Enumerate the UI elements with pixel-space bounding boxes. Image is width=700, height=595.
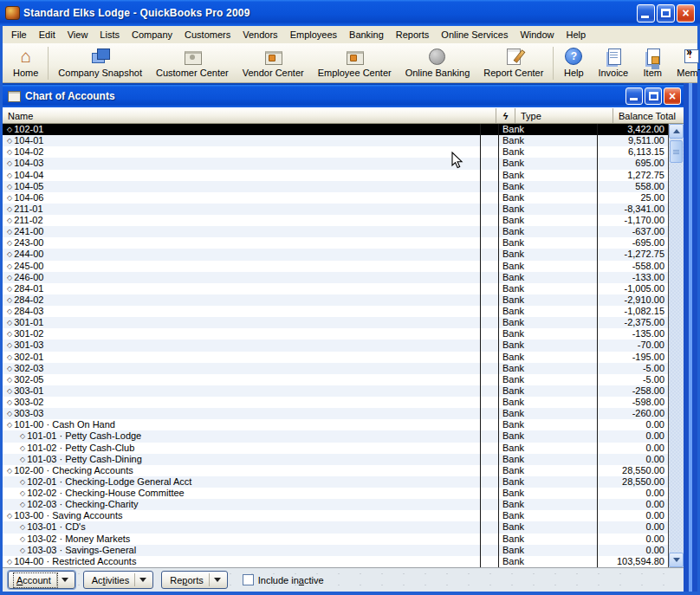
toolbar-report-center[interactable]: Report Center bbox=[476, 44, 550, 82]
diamond-icon: ◇ bbox=[7, 204, 12, 215]
table-row[interactable]: ◇104-06Bank25.00 bbox=[3, 192, 668, 204]
table-row[interactable]: ◇284-01Bank-1,005.00 bbox=[3, 283, 668, 294]
account-name: 102-03 · Checking-Charity bbox=[27, 499, 138, 510]
menu-company[interactable]: Company bbox=[126, 28, 178, 42]
table-row[interactable]: ◇102-01 · Checking-Lodge General AcctBan… bbox=[3, 476, 668, 488]
table-row[interactable]: ◇211-02Bank-1,170.00 bbox=[3, 215, 668, 226]
activities-menu-button[interactable]: Activities bbox=[83, 571, 153, 589]
menu-help[interactable]: Help bbox=[561, 28, 593, 42]
table-row[interactable]: ◇102-02 · Checking-House CommitteeBank0.… bbox=[3, 488, 668, 499]
vertical-scrollbar[interactable] bbox=[669, 124, 684, 567]
menu-vendors[interactable]: Vendors bbox=[237, 28, 283, 42]
menu-edit[interactable]: Edit bbox=[33, 28, 62, 42]
minimize-button[interactable] bbox=[637, 4, 655, 23]
account-balance: -1,272.75 bbox=[597, 249, 668, 260]
diamond-icon: ◇ bbox=[7, 510, 12, 521]
diamond-icon: ◇ bbox=[20, 454, 25, 465]
table-row[interactable]: ◇284-03Bank-1,082.15 bbox=[3, 306, 668, 317]
table-row[interactable]: ◇303-02Bank-598.00 bbox=[3, 397, 668, 408]
menu-file[interactable]: File bbox=[5, 28, 33, 42]
table-row[interactable]: ◇104-02Bank6,113.15 bbox=[3, 146, 668, 158]
toolbar-home[interactable]: Home bbox=[6, 44, 45, 82]
coa-footer: Account Activities Reports Include inac bbox=[3, 567, 684, 592]
account-name: 102-01 · Checking-Lodge General Acct bbox=[27, 476, 191, 488]
table-row[interactable]: ◇104-04Bank1,272.75 bbox=[3, 170, 668, 181]
toolbar-online-banking[interactable]: Online Banking bbox=[399, 44, 477, 82]
table-row[interactable]: ◇103-02 · Money MarketsBank0.00 bbox=[3, 534, 668, 545]
toolbar-vendor-center[interactable]: Vendor Center bbox=[236, 44, 311, 82]
thumb-grip-icon bbox=[673, 150, 679, 154]
menu-window[interactable]: Window bbox=[514, 28, 560, 42]
table-row[interactable]: ◇301-03Bank-70.00 bbox=[3, 340, 668, 351]
reports-menu-button[interactable]: Reports bbox=[161, 571, 228, 589]
account-type: Bank bbox=[499, 430, 597, 442]
scroll-up-button[interactable] bbox=[669, 124, 684, 139]
table-row[interactable]: ◇102-01Bank3,422.00 bbox=[3, 124, 668, 135]
account-name: 302-05 bbox=[14, 374, 43, 385]
close-button[interactable]: × bbox=[677, 4, 695, 23]
menu-customers[interactable]: Customers bbox=[178, 28, 237, 42]
online-status-cell bbox=[480, 181, 499, 192]
account-balance: 28,550.00 bbox=[597, 476, 668, 488]
table-row[interactable]: ◇246-00Bank-133.00 bbox=[3, 272, 668, 283]
item-icon bbox=[642, 46, 663, 67]
account-name: 284-01 bbox=[14, 283, 43, 294]
online-status-cell bbox=[480, 408, 499, 419]
table-row[interactable]: ◇102-03 · Checking-CharityBank0.00 bbox=[3, 499, 668, 510]
toolbar-memt[interactable]: MemT: bbox=[670, 44, 700, 82]
table-row[interactable]: ◇104-05Bank558.00 bbox=[3, 181, 668, 192]
account-menu-button[interactable]: Account bbox=[8, 571, 75, 589]
coa-minimize-button[interactable] bbox=[625, 87, 643, 105]
table-row[interactable]: ◇301-01Bank-2,375.00 bbox=[3, 317, 668, 328]
scrollbar-thumb[interactable] bbox=[670, 140, 683, 163]
table-row[interactable]: ◇104-01Bank9,511.00 bbox=[3, 135, 668, 146]
table-row[interactable]: ◇241-00Bank-637.00 bbox=[3, 226, 668, 237]
table-row[interactable]: ◇302-01Bank-195.00 bbox=[3, 352, 668, 363]
table-row[interactable]: ◇244-00Bank-1,272.75 bbox=[3, 249, 668, 260]
table-row[interactable]: ◇101-01 · Petty Cash-LodgeBank0.00 bbox=[3, 430, 668, 442]
scroll-down-button[interactable] bbox=[669, 553, 684, 567]
toolbar-help[interactable]: Help bbox=[556, 44, 591, 82]
diamond-icon: ◇ bbox=[7, 385, 12, 397]
toolbar-employee-center[interactable]: Employee Center bbox=[311, 44, 399, 82]
table-row[interactable]: ◇284-02Bank-2,910.00 bbox=[3, 294, 668, 306]
table-row[interactable]: ◇245-00Bank-558.00 bbox=[3, 261, 668, 272]
table-row[interactable]: ◇211-01Bank-8,341.00 bbox=[3, 204, 668, 215]
table-row[interactable]: ◇103-00 · Saving AccountsBank0.00 bbox=[3, 510, 668, 521]
table-row[interactable]: ◇302-03Bank-5.00 bbox=[3, 363, 668, 374]
maximize-button[interactable] bbox=[657, 4, 675, 23]
table-row[interactable]: ◇103-01 · CD'sBank0.00 bbox=[3, 521, 668, 533]
menu-lists[interactable]: Lists bbox=[94, 28, 126, 42]
table-row[interactable]: ◇104-00 · Restricted AccountsBank103,594… bbox=[3, 556, 668, 567]
menu-online-services[interactable]: Online Services bbox=[435, 28, 514, 42]
coa-maximize-button[interactable] bbox=[645, 87, 662, 105]
toolbar-label: Vendor Center bbox=[243, 68, 304, 78]
table-row[interactable]: ◇302-05Bank-5.00 bbox=[3, 374, 668, 385]
menu-view[interactable]: View bbox=[62, 28, 94, 42]
toolbar-item[interactable]: Item bbox=[635, 44, 670, 82]
table-row[interactable]: ◇104-03Bank695.00 bbox=[3, 158, 668, 169]
table-row[interactable]: ◇303-03Bank-260.00 bbox=[3, 408, 668, 419]
table-row[interactable]: ◇102-00 · Checking AccountsBank28,550.00 bbox=[3, 465, 668, 476]
account-name: 243-00 bbox=[14, 237, 43, 249]
account-balance: 0.00 bbox=[597, 419, 668, 430]
toolbar-invoice[interactable]: Invoice bbox=[591, 44, 635, 82]
toolbar-customer-center[interactable]: Customer Center bbox=[149, 44, 236, 82]
window-border-gutter bbox=[684, 83, 697, 592]
include-inactive-checkbox[interactable] bbox=[243, 574, 254, 585]
table-row[interactable]: ◇101-02 · Petty Cash-ClubBank0.00 bbox=[3, 443, 668, 454]
menu-employees[interactable]: Employees bbox=[284, 28, 343, 42]
toolbar-overflow-chevron[interactable]: » bbox=[686, 46, 692, 58]
toolbar-label: Company Snapshot bbox=[58, 68, 142, 78]
table-row[interactable]: ◇101-03 · Petty Cash-DiningBank0.00 bbox=[3, 454, 668, 465]
table-row[interactable]: ◇243-00Bank-695.00 bbox=[3, 237, 668, 249]
table-row[interactable]: ◇101-00 · Cash On HandBank0.00 bbox=[3, 419, 668, 430]
menu-banking[interactable]: Banking bbox=[343, 28, 390, 42]
coa-close-button[interactable]: × bbox=[664, 87, 681, 105]
table-row[interactable]: ◇103-03 · Savings-GeneralBank0.00 bbox=[3, 545, 668, 556]
table-row[interactable]: ◇303-01Bank-258.00 bbox=[3, 385, 668, 397]
toolbar-company-snapshot[interactable]: Company Snapshot bbox=[51, 44, 149, 82]
menu-reports[interactable]: Reports bbox=[390, 28, 436, 42]
table-row[interactable]: ◇301-02Bank-135.00 bbox=[3, 328, 668, 340]
diamond-icon: ◇ bbox=[20, 488, 25, 499]
